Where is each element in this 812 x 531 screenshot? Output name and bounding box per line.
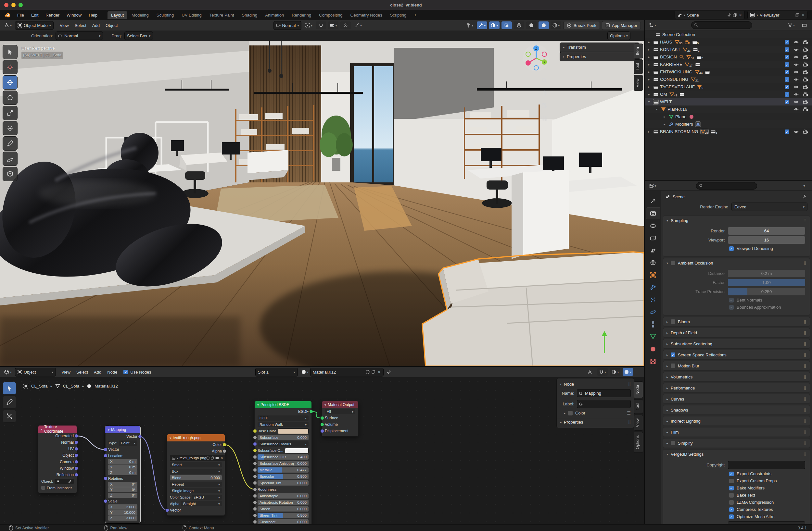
properties-tab-constraints[interactable] — [646, 319, 660, 330]
ao-trace-precision-field[interactable]: 0.250 — [728, 288, 805, 295]
tool-annotate-button[interactable] — [3, 136, 17, 151]
panel-header-depth-of-field[interactable]: ▸Depth of Field⣿ — [663, 328, 810, 337]
mapping-rotation--y[interactable]: Y0° — [108, 487, 137, 492]
distribution-dropdown[interactable]: GGX▾ — [258, 415, 308, 421]
panel-header-indirect-lighting[interactable]: ▸Indirect Lighting⣿ — [663, 416, 810, 426]
hide-eye-icon[interactable] — [794, 62, 799, 67]
checkbox[interactable]: ✓ — [785, 92, 789, 97]
outliner-item-label[interactable]: OM — [660, 92, 667, 97]
outliner-row-tagesverlauf[interactable]: ▸TAGESVERLAUF9✓ — [645, 83, 812, 91]
node-principled-bsdf[interactable]: ▾Principled BSDF BSDF GGX▾ Random Walk▾ … — [254, 401, 312, 524]
colorspace-dropdown[interactable]: sRGB▾ — [192, 495, 222, 500]
ao-factor-field[interactable]: 1.00 — [728, 279, 805, 286]
node-name-input[interactable]: Mapping — [577, 389, 631, 397]
checkbox[interactable]: ✓ — [785, 47, 789, 52]
workspace-tab-rendering[interactable]: Rendering — [288, 11, 315, 19]
bsdf-param-subsurface[interactable]: Subsurface0.000 — [255, 434, 311, 441]
bsdf-param-subsurface-anisotropy[interactable]: Subsurface Anisotropy0.000 — [255, 460, 311, 467]
ao-bounces-approximation-toggle[interactable]: ✓Bounces Approximation — [729, 305, 805, 310]
exclude-checkbox[interactable]: ✓ — [785, 70, 789, 74]
hide-eye-icon[interactable] — [794, 92, 799, 97]
toggle-grid-icon[interactable] — [539, 113, 550, 124]
shader-tab-tool[interactable]: Tool — [634, 399, 643, 414]
bsdf-param-sheen-tint[interactable]: Sheen Tint0.500 — [255, 512, 311, 519]
tool-select-box-button[interactable] — [3, 45, 17, 59]
presets-list-icon[interactable]: ☰ — [627, 411, 631, 415]
ao-enable-checkbox[interactable] — [671, 261, 675, 265]
verge3d-lzma-compression-toggle[interactable]: LZMA Compression — [729, 500, 805, 505]
outliner-search[interactable] — [691, 21, 752, 29]
viewport-menu-add[interactable]: Add — [89, 22, 103, 29]
shading-material-button[interactable] — [538, 21, 549, 29]
interpolation-dropdown[interactable]: Smart▾ — [170, 462, 222, 467]
texcoord-object-field[interactable] — [55, 479, 74, 484]
outliner-row-brain-storming[interactable]: ▸BRAIN STORMING263✓ — [645, 128, 812, 135]
workspace-tab-scripting[interactable]: Scripting — [387, 11, 410, 19]
hide-eye-icon[interactable] — [794, 99, 799, 104]
shader-menu-view[interactable]: View — [58, 369, 73, 375]
overlays-toggle-button[interactable]: ▾ — [489, 21, 499, 29]
sampling-viewport-field[interactable]: 16 — [728, 236, 805, 244]
properties-tab-tool[interactable] — [646, 195, 660, 206]
fake-user-shield-icon[interactable] — [366, 370, 369, 374]
viewport-denoising-toggle[interactable]: ✓Viewport Denoising — [729, 246, 805, 251]
breadcrumb-scene[interactable]: Scene — [673, 194, 685, 199]
disable-render-camera-icon[interactable] — [803, 40, 808, 45]
shading-wireframe-button[interactable] — [514, 21, 524, 29]
panel-header-bloom[interactable]: ▸Bloom⣿ — [663, 317, 810, 326]
bsdf-param-anisotropic-rotation[interactable]: Anisotropic Rotation0.000 — [255, 499, 311, 506]
add-workspace-button[interactable]: + — [410, 11, 420, 19]
breadcrumb-material[interactable]: Material.012 — [95, 384, 118, 388]
shader-type-dropdown[interactable]: Object ▾ — [15, 368, 56, 377]
outliner-item-label[interactable]: TAGESVERLAUF — [660, 84, 695, 89]
image-datablock-field[interactable]: ▾textil_rough.png ✕ — [170, 455, 226, 461]
pin-icon[interactable] — [727, 13, 731, 17]
panel-header-performance[interactable]: ▸Performance⣿ — [663, 383, 810, 393]
outliner-item-label[interactable]: WELT — [660, 99, 672, 104]
checkbox[interactable] — [729, 479, 734, 483]
material-browse-dropdown[interactable]: ▾ — [300, 368, 310, 376]
hide-eye-icon[interactable] — [794, 129, 799, 134]
properties-tab-modifiers[interactable] — [646, 282, 660, 293]
copyright-input[interactable] — [728, 461, 805, 469]
shader-tab-options[interactable]: Options — [634, 432, 643, 453]
shading-solid-button[interactable] — [526, 21, 537, 29]
checkbox[interactable] — [671, 364, 675, 368]
shader-menu-node[interactable]: Node — [104, 369, 120, 375]
menu-file[interactable]: File — [14, 12, 27, 18]
hide-eye-icon[interactable] — [794, 55, 799, 60]
proportional-falloff-dropdown[interactable]: ▾ — [353, 21, 363, 29]
shader-tool-cut-links-button[interactable] — [3, 410, 16, 423]
exclude-checkbox[interactable]: ✓ — [785, 92, 789, 97]
mapping-scale--y[interactable]: Y10.000 — [108, 510, 137, 515]
properties-editor-icon[interactable]: ▾ — [647, 182, 658, 190]
show-gizmo-dropdown[interactable]: ▾ — [464, 21, 475, 29]
bsdf-param-sheen[interactable]: Sheen0.000 — [255, 506, 311, 512]
bsdf-param-metallic[interactable]: Metallic0.477 — [255, 467, 311, 473]
viewport-tab-tool[interactable]: Tool — [634, 59, 643, 74]
verge3d-bake-text-toggle[interactable]: Bake Text — [729, 493, 805, 498]
verge3d-bake-modifiers-toggle[interactable]: ✓Bake Modifiers — [729, 486, 805, 490]
checkbox[interactable]: ✓ — [671, 353, 675, 357]
pin-icon[interactable] — [386, 370, 391, 374]
hide-eye-icon[interactable] — [794, 84, 799, 90]
properties-tab-output[interactable] — [646, 220, 660, 231]
bsdf-param-clearcoat[interactable]: Clearcoat0.000 — [255, 519, 311, 524]
outliner-row-haus[interactable]: ▸HAUS305✓ — [645, 38, 812, 46]
node-texture-coordinate[interactable]: ▾Texture Coordinate GeneratedNormalUVObj… — [38, 425, 77, 493]
render-engine-dropdown[interactable]: Eevee▾ — [731, 203, 808, 211]
checkbox[interactable]: ✓ — [785, 62, 789, 67]
ao-panel-header[interactable]: ▾Ambient Occlusion⣿ — [663, 259, 810, 267]
3d-viewport[interactable]: User Perspective (64) WELT | CL_Sofa Z Y… — [0, 41, 644, 366]
verge3d-export-custom-props-toggle[interactable]: Export Custom Props — [729, 478, 805, 483]
workspace-tab-animation[interactable]: Animation — [261, 11, 288, 19]
disable-render-camera-icon[interactable] — [803, 55, 808, 60]
xray-toggle-button[interactable] — [502, 21, 512, 29]
unlink-scene-icon[interactable]: ✕ — [739, 13, 742, 17]
exclude-checkbox[interactable]: ✓ — [785, 62, 789, 67]
unlink-image-icon[interactable]: ✕ — [220, 456, 223, 460]
viewport-menu-select[interactable]: Select — [72, 22, 89, 29]
outliner-row-scene-collection[interactable]: Scene Collection — [645, 31, 812, 38]
workspace-tab-uv-editing[interactable]: UV Editing — [178, 11, 205, 19]
outliner-item-label[interactable]: DESIGN — [660, 55, 677, 59]
